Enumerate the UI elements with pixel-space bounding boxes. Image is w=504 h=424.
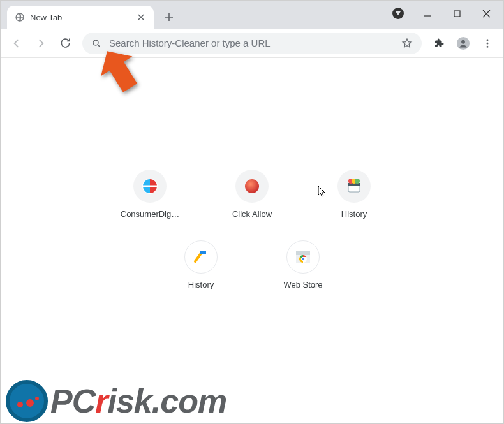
tab-title: New Tab (30, 13, 131, 22)
close-tab-icon[interactable] (136, 12, 146, 22)
tab-newtab[interactable]: New Tab (7, 6, 154, 29)
svg-rect-16 (200, 251, 206, 254)
shortcut-label: History (341, 209, 367, 219)
shortcuts-grid: ConsumerDig… Click Allow History (118, 170, 386, 289)
shortcuts-row-1: ConsumerDig… Click Allow History (118, 170, 386, 219)
svg-rect-9 (142, 186, 158, 187)
bookmark-star-icon[interactable] (401, 38, 413, 49)
svg-point-4 (461, 40, 465, 43)
address-input[interactable] (109, 38, 394, 48)
svg-point-10 (245, 179, 259, 193)
window-controls (389, 1, 501, 26)
toolbar (1, 29, 503, 58)
shortcut-history-1[interactable]: History (322, 170, 386, 219)
shortcut-icon (235, 170, 269, 203)
watermark-text: PCrisk.com (50, 384, 226, 418)
close-window-button[interactable] (471, 3, 501, 24)
maximize-button[interactable] (442, 3, 471, 24)
menu-button[interactable] (477, 33, 498, 54)
shortcut-icon (133, 170, 167, 203)
shortcut-label: Web Store (283, 280, 322, 289)
tab-strip: New Tab (1, 1, 503, 29)
shortcut-consumerdig[interactable]: ConsumerDig… (118, 170, 182, 219)
shortcut-icon (286, 240, 320, 274)
svg-point-7 (487, 45, 489, 47)
extensions-menu-icon[interactable] (389, 4, 408, 23)
svg-rect-1 (454, 11, 460, 17)
svg-point-2 (93, 40, 98, 45)
forward-button[interactable] (30, 33, 52, 54)
profile-button[interactable] (452, 33, 474, 54)
reload-button[interactable] (54, 33, 76, 54)
shortcut-label: History (188, 280, 214, 289)
svg-point-15 (355, 179, 360, 184)
shortcut-label: Click Allow (232, 209, 272, 219)
shortcut-icon (337, 170, 371, 203)
search-icon (91, 38, 101, 48)
extensions-button[interactable] (428, 33, 450, 54)
watermark-circle-icon (6, 380, 48, 422)
shortcut-click-allow[interactable]: Click Allow (220, 170, 284, 219)
svg-point-6 (487, 42, 489, 44)
new-tab-content: ConsumerDig… Click Allow History (1, 58, 503, 423)
address-bar[interactable] (82, 33, 422, 54)
minimize-button[interactable] (413, 3, 442, 24)
watermark-logo: PCrisk.com (6, 380, 226, 422)
browser-window: New Tab (0, 0, 504, 424)
svg-rect-17 (296, 251, 310, 255)
back-button[interactable] (6, 33, 27, 54)
shortcut-history-2[interactable]: History (169, 240, 233, 289)
shortcut-icon (184, 240, 218, 274)
shortcut-web-store[interactable]: Web Store (271, 240, 335, 289)
svg-point-5 (487, 39, 489, 41)
new-tab-button[interactable] (160, 8, 178, 26)
shortcut-label: ConsumerDig… (121, 209, 179, 219)
shortcuts-row-2: History Web Store (169, 240, 335, 289)
globe-icon (15, 12, 25, 22)
